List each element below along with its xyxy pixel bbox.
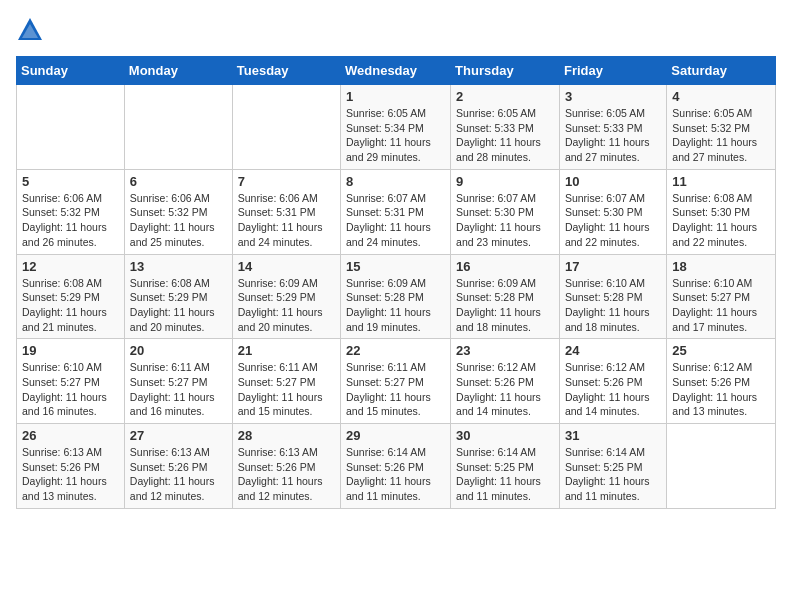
day-info: Sunrise: 6:08 AM Sunset: 5:30 PM Dayligh…: [672, 191, 770, 250]
day-info: Sunrise: 6:11 AM Sunset: 5:27 PM Dayligh…: [346, 360, 445, 419]
day-number: 3: [565, 89, 661, 104]
calendar-cell: [17, 85, 125, 170]
day-number: 4: [672, 89, 770, 104]
calendar-cell: 30Sunrise: 6:14 AM Sunset: 5:25 PM Dayli…: [451, 424, 560, 509]
day-number: 17: [565, 259, 661, 274]
calendar-cell: 10Sunrise: 6:07 AM Sunset: 5:30 PM Dayli…: [559, 169, 666, 254]
calendar-week-row: 26Sunrise: 6:13 AM Sunset: 5:26 PM Dayli…: [17, 424, 776, 509]
day-number: 15: [346, 259, 445, 274]
calendar-cell: 17Sunrise: 6:10 AM Sunset: 5:28 PM Dayli…: [559, 254, 666, 339]
calendar-cell: 5Sunrise: 6:06 AM Sunset: 5:32 PM Daylig…: [17, 169, 125, 254]
day-number: 14: [238, 259, 335, 274]
day-number: 10: [565, 174, 661, 189]
day-number: 21: [238, 343, 335, 358]
day-info: Sunrise: 6:10 AM Sunset: 5:27 PM Dayligh…: [22, 360, 119, 419]
day-number: 23: [456, 343, 554, 358]
day-number: 11: [672, 174, 770, 189]
col-header-thursday: Thursday: [451, 57, 560, 85]
day-info: Sunrise: 6:13 AM Sunset: 5:26 PM Dayligh…: [22, 445, 119, 504]
calendar-cell: 25Sunrise: 6:12 AM Sunset: 5:26 PM Dayli…: [667, 339, 776, 424]
day-info: Sunrise: 6:12 AM Sunset: 5:26 PM Dayligh…: [672, 360, 770, 419]
day-info: Sunrise: 6:10 AM Sunset: 5:28 PM Dayligh…: [565, 276, 661, 335]
calendar-cell: 27Sunrise: 6:13 AM Sunset: 5:26 PM Dayli…: [124, 424, 232, 509]
day-number: 6: [130, 174, 227, 189]
day-info: Sunrise: 6:13 AM Sunset: 5:26 PM Dayligh…: [130, 445, 227, 504]
calendar-cell: 15Sunrise: 6:09 AM Sunset: 5:28 PM Dayli…: [341, 254, 451, 339]
col-header-monday: Monday: [124, 57, 232, 85]
calendar-week-row: 12Sunrise: 6:08 AM Sunset: 5:29 PM Dayli…: [17, 254, 776, 339]
day-number: 25: [672, 343, 770, 358]
day-info: Sunrise: 6:05 AM Sunset: 5:32 PM Dayligh…: [672, 106, 770, 165]
calendar-cell: [667, 424, 776, 509]
calendar-cell: 20Sunrise: 6:11 AM Sunset: 5:27 PM Dayli…: [124, 339, 232, 424]
logo: [16, 16, 48, 44]
calendar-cell: 1Sunrise: 6:05 AM Sunset: 5:34 PM Daylig…: [341, 85, 451, 170]
day-number: 28: [238, 428, 335, 443]
calendar-cell: 16Sunrise: 6:09 AM Sunset: 5:28 PM Dayli…: [451, 254, 560, 339]
day-number: 5: [22, 174, 119, 189]
day-info: Sunrise: 6:07 AM Sunset: 5:30 PM Dayligh…: [456, 191, 554, 250]
day-info: Sunrise: 6:08 AM Sunset: 5:29 PM Dayligh…: [22, 276, 119, 335]
day-info: Sunrise: 6:10 AM Sunset: 5:27 PM Dayligh…: [672, 276, 770, 335]
calendar-cell: 14Sunrise: 6:09 AM Sunset: 5:29 PM Dayli…: [232, 254, 340, 339]
calendar-cell: 9Sunrise: 6:07 AM Sunset: 5:30 PM Daylig…: [451, 169, 560, 254]
calendar-cell: 23Sunrise: 6:12 AM Sunset: 5:26 PM Dayli…: [451, 339, 560, 424]
day-info: Sunrise: 6:14 AM Sunset: 5:26 PM Dayligh…: [346, 445, 445, 504]
col-header-sunday: Sunday: [17, 57, 125, 85]
calendar-cell: 24Sunrise: 6:12 AM Sunset: 5:26 PM Dayli…: [559, 339, 666, 424]
day-info: Sunrise: 6:12 AM Sunset: 5:26 PM Dayligh…: [456, 360, 554, 419]
calendar-cell: 28Sunrise: 6:13 AM Sunset: 5:26 PM Dayli…: [232, 424, 340, 509]
day-info: Sunrise: 6:12 AM Sunset: 5:26 PM Dayligh…: [565, 360, 661, 419]
calendar-cell: 11Sunrise: 6:08 AM Sunset: 5:30 PM Dayli…: [667, 169, 776, 254]
calendar-cell: 29Sunrise: 6:14 AM Sunset: 5:26 PM Dayli…: [341, 424, 451, 509]
day-info: Sunrise: 6:09 AM Sunset: 5:29 PM Dayligh…: [238, 276, 335, 335]
day-info: Sunrise: 6:07 AM Sunset: 5:30 PM Dayligh…: [565, 191, 661, 250]
calendar-cell: 2Sunrise: 6:05 AM Sunset: 5:33 PM Daylig…: [451, 85, 560, 170]
day-number: 31: [565, 428, 661, 443]
day-number: 9: [456, 174, 554, 189]
day-number: 7: [238, 174, 335, 189]
day-number: 13: [130, 259, 227, 274]
calendar-week-row: 1Sunrise: 6:05 AM Sunset: 5:34 PM Daylig…: [17, 85, 776, 170]
col-header-wednesday: Wednesday: [341, 57, 451, 85]
day-info: Sunrise: 6:05 AM Sunset: 5:34 PM Dayligh…: [346, 106, 445, 165]
day-info: Sunrise: 6:05 AM Sunset: 5:33 PM Dayligh…: [456, 106, 554, 165]
day-number: 19: [22, 343, 119, 358]
day-number: 27: [130, 428, 227, 443]
calendar-header-row: SundayMondayTuesdayWednesdayThursdayFrid…: [17, 57, 776, 85]
day-info: Sunrise: 6:11 AM Sunset: 5:27 PM Dayligh…: [238, 360, 335, 419]
day-info: Sunrise: 6:09 AM Sunset: 5:28 PM Dayligh…: [456, 276, 554, 335]
calendar-cell: 8Sunrise: 6:07 AM Sunset: 5:31 PM Daylig…: [341, 169, 451, 254]
calendar-cell: 4Sunrise: 6:05 AM Sunset: 5:32 PM Daylig…: [667, 85, 776, 170]
day-info: Sunrise: 6:07 AM Sunset: 5:31 PM Dayligh…: [346, 191, 445, 250]
day-info: Sunrise: 6:08 AM Sunset: 5:29 PM Dayligh…: [130, 276, 227, 335]
day-number: 26: [22, 428, 119, 443]
day-info: Sunrise: 6:14 AM Sunset: 5:25 PM Dayligh…: [456, 445, 554, 504]
day-info: Sunrise: 6:09 AM Sunset: 5:28 PM Dayligh…: [346, 276, 445, 335]
day-info: Sunrise: 6:13 AM Sunset: 5:26 PM Dayligh…: [238, 445, 335, 504]
day-info: Sunrise: 6:06 AM Sunset: 5:32 PM Dayligh…: [22, 191, 119, 250]
col-header-friday: Friday: [559, 57, 666, 85]
calendar-cell: 12Sunrise: 6:08 AM Sunset: 5:29 PM Dayli…: [17, 254, 125, 339]
calendar-cell: [124, 85, 232, 170]
calendar-cell: 19Sunrise: 6:10 AM Sunset: 5:27 PM Dayli…: [17, 339, 125, 424]
day-number: 20: [130, 343, 227, 358]
day-number: 18: [672, 259, 770, 274]
day-number: 24: [565, 343, 661, 358]
day-number: 16: [456, 259, 554, 274]
calendar-cell: [232, 85, 340, 170]
calendar-cell: 6Sunrise: 6:06 AM Sunset: 5:32 PM Daylig…: [124, 169, 232, 254]
calendar-cell: 31Sunrise: 6:14 AM Sunset: 5:25 PM Dayli…: [559, 424, 666, 509]
day-number: 30: [456, 428, 554, 443]
calendar-cell: 26Sunrise: 6:13 AM Sunset: 5:26 PM Dayli…: [17, 424, 125, 509]
day-number: 22: [346, 343, 445, 358]
day-info: Sunrise: 6:06 AM Sunset: 5:32 PM Dayligh…: [130, 191, 227, 250]
day-info: Sunrise: 6:11 AM Sunset: 5:27 PM Dayligh…: [130, 360, 227, 419]
calendar-week-row: 5Sunrise: 6:06 AM Sunset: 5:32 PM Daylig…: [17, 169, 776, 254]
logo-icon: [16, 16, 44, 44]
calendar-cell: 3Sunrise: 6:05 AM Sunset: 5:33 PM Daylig…: [559, 85, 666, 170]
page-header: [16, 16, 776, 44]
day-number: 8: [346, 174, 445, 189]
col-header-saturday: Saturday: [667, 57, 776, 85]
calendar-cell: 21Sunrise: 6:11 AM Sunset: 5:27 PM Dayli…: [232, 339, 340, 424]
